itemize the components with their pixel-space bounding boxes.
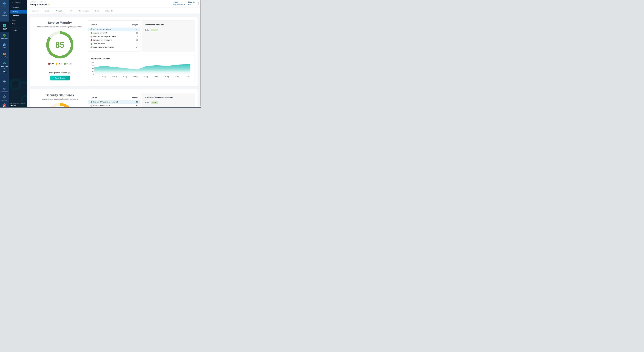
rail-item-developer-portal[interactable]: Developer Portal xyxy=(0,22,9,32)
sidebar-search[interactable] xyxy=(12,1,26,3)
sidebar-item-overview[interactable]: Overview xyxy=(10,6,27,9)
status-badge: PASSED xyxy=(151,101,158,104)
user-avatar[interactable]: HM xyxy=(3,103,6,107)
check-row[interactable]: ✓ More than 70% test coverage 20 xyxy=(88,45,140,49)
svg-text:$: $ xyxy=(4,62,5,64)
check-status-icon: ✕ xyxy=(90,39,92,41)
legend-item-mid: 50-74 xyxy=(56,63,62,65)
x-tick-label: 26 Aug xyxy=(123,76,127,77)
rail-item-feature-flags[interactable]: Feature Flags xyxy=(0,52,9,57)
check-status-icon: ✓ xyxy=(90,43,92,45)
owner-field: Owner field_engineering xyxy=(173,1,185,5)
page-title-row: boutique-frontend ★ xyxy=(30,3,50,6)
sidebar-item-docs[interactable]: Docs xyxy=(10,18,27,22)
horizontal-scrollbar[interactable] xyxy=(0,107,201,108)
check-detail-panel: Pipeline OPA policies are satisfied Stat… xyxy=(142,93,195,108)
entity-title: boutique-frontend xyxy=(30,3,47,6)
tab-kubernetes[interactable]: Kubernetes xyxy=(105,8,114,14)
module-rail: Home Projects xyxy=(0,0,9,108)
sidebar-item-apis[interactable]: APIs xyxy=(10,22,27,26)
vertical-scrollbar-thumb[interactable] xyxy=(200,0,201,106)
tab-dependencies[interactable]: Dependencies xyxy=(78,8,89,14)
lifecycle-field: Lifecycle prod xyxy=(188,1,194,5)
maturity-score-gauge: 85 xyxy=(46,31,74,58)
legend-dot-green xyxy=(64,63,66,65)
y-tick-label: 100 xyxy=(88,61,94,63)
rail-item-builds[interactable]: Builds xyxy=(0,43,9,48)
breadcrumb: COMPONENT — SERVICE xyxy=(30,1,46,2)
owner-value-link[interactable]: field_engineering xyxy=(173,4,185,5)
check-row[interactable]: ✓ TechDocs exists 30 xyxy=(88,42,140,45)
tab-cicd[interactable]: CI/CD xyxy=(45,8,49,14)
vertical-scrollbar[interactable] xyxy=(200,0,201,107)
x-tick-label: 1 Sep xyxy=(186,76,189,77)
check-status-icon: ✕ xyxy=(90,105,92,106)
scorecard-title: Security Standards xyxy=(30,93,90,97)
x-tick-label: 28 Aug xyxy=(144,76,148,77)
chevron-down-icon[interactable] xyxy=(4,68,5,69)
check-row[interactable]: ✓ API success rate > 99% 10 xyxy=(88,27,140,31)
check-row[interactable]: ✕ Branch protection is set 30 xyxy=(88,104,140,107)
entity-header: COMPONENT — SERVICE boutique-frontend ★ … xyxy=(27,0,201,8)
x-tick-label: 27 Aug xyxy=(133,76,138,77)
x-tick-label: 25 Aug xyxy=(112,76,117,77)
y-tick-label: 0 xyxy=(88,74,94,75)
check-detail-status: Status: PASSED xyxy=(145,101,194,104)
security-summary: Security Standards Measures best practic… xyxy=(30,89,90,100)
rail-item-deployments[interactable]: ∞ Deployments xyxy=(0,34,9,39)
rail-item-projects[interactable]: Projects xyxy=(0,11,9,16)
rail-item-cloud-costs[interactable]: $ Cloud Costs xyxy=(0,62,9,67)
lifecycle-value[interactable]: prod xyxy=(188,4,194,5)
maturity-checks-panel: Checks Weight ✓ API success rate > 99% 1… xyxy=(88,20,140,51)
x-tick-label: 24 Aug xyxy=(102,76,106,77)
search-input[interactable] xyxy=(15,1,26,3)
scorecard-content: Service Maturity Measures development be… xyxy=(27,14,201,108)
rail-item-help[interactable]: ? HELP xyxy=(0,80,9,85)
svg-text:?: ? xyxy=(4,81,4,82)
module-selector-button[interactable] xyxy=(2,70,6,74)
check-row[interactable]: ✓ Pipeline OPA policies are satisfied 10 xyxy=(88,100,140,104)
app-window: Home Projects xyxy=(0,0,201,108)
last-updated-text: Last Updated: 2 weeks ago xyxy=(30,72,90,74)
projects-cube-icon xyxy=(3,11,6,14)
sidebar-item-catalog[interactable]: Catalog xyxy=(10,10,27,13)
chart-title: Improvement Over Time xyxy=(91,58,110,59)
sidebar-item-admin[interactable]: Admin xyxy=(10,28,27,32)
checks-table-header: Checks Weight xyxy=(88,93,140,98)
grid-icon xyxy=(4,71,6,73)
kebab-menu-icon[interactable] xyxy=(198,2,199,5)
scorecard-subtitle: Measures best practices of security oper… xyxy=(30,98,90,100)
rerun-checks-button[interactable]: Rerun Checks xyxy=(50,76,70,80)
sidebar-item-self-service[interactable]: Self service xyxy=(10,14,27,17)
check-detail-status: Status: PASSED xyxy=(145,29,194,31)
portal-sidebar: Overview Catalog Self service Docs APIs … xyxy=(9,0,27,108)
area-chart xyxy=(94,62,190,75)
check-row[interactable]: ✓ Mean time to merge PR < 48 hr 5 xyxy=(88,35,140,38)
tab-overview[interactable]: Overview xyxy=(32,8,38,14)
check-detail-panel: API success rate > 99% Status: PASSED xyxy=(142,20,195,51)
sidebar-footer: INTERNAL DEVELOPER Portal xyxy=(10,103,25,107)
dashboards-icon xyxy=(3,88,6,91)
rail-item-dashboards[interactable]: DASHBOARDS xyxy=(0,88,9,92)
tab-docs[interactable]: Docs xyxy=(95,8,99,14)
rail-item-home[interactable]: Home xyxy=(0,1,9,7)
check-row[interactable]: ✕ Less than 1% error in prod 15 xyxy=(88,38,140,42)
y-tick-label: 25 xyxy=(88,71,94,72)
check-status-icon: ✓ xyxy=(90,36,92,37)
tab-scorecard[interactable]: Scorecard xyxy=(56,8,63,14)
maturity-score-value: 85 xyxy=(46,31,74,58)
developer-portal-icon xyxy=(3,24,6,27)
builds-icon xyxy=(3,43,6,46)
tab-api[interactable]: API xyxy=(70,8,72,14)
x-tick-label: 31 Aug xyxy=(175,76,179,77)
check-status-icon: ✓ xyxy=(90,32,92,34)
search-icon xyxy=(12,1,14,3)
gear-icon xyxy=(3,95,6,98)
deployments-icon: ∞ xyxy=(3,34,6,37)
rail-item-account-settings[interactable]: ACCOUNT SETTINGS xyxy=(0,95,9,101)
check-row[interactable]: ✓ Java version is LTS 20 xyxy=(88,31,140,35)
sidebar-divider-2 xyxy=(10,27,26,27)
checks-table-header: Checks Weight xyxy=(88,20,140,26)
rail-divider xyxy=(3,19,6,19)
favorite-star-icon[interactable]: ★ xyxy=(48,4,50,6)
